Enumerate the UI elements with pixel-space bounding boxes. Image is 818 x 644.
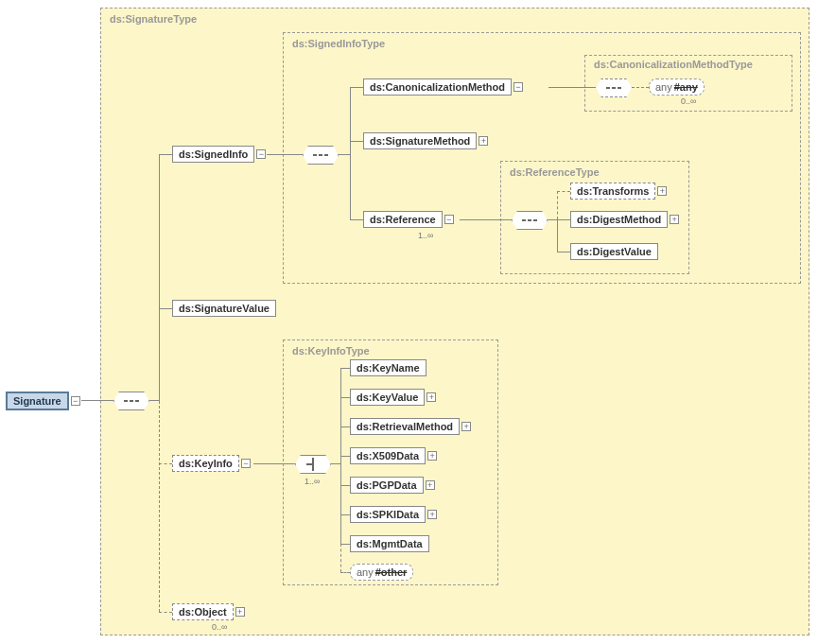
connector <box>350 219 363 220</box>
connector <box>159 401 160 612</box>
connector <box>632 87 649 88</box>
minus-icon: − <box>444 215 454 224</box>
node-digest-value: ds:DigestValue <box>570 243 658 260</box>
node-label: ds:KeyInfo <box>172 455 239 472</box>
connector <box>253 463 295 464</box>
connector <box>149 400 159 401</box>
occurs-keyinfo-choice: 1..∞ <box>305 477 320 486</box>
node-keyvalue: ds:KeyValue + <box>350 389 436 406</box>
sequence-icon <box>522 219 537 221</box>
plus-icon: + <box>461 422 471 431</box>
node-digest-method: ds:DigestMethod + <box>570 211 679 228</box>
minus-icon: − <box>256 149 266 159</box>
node-label: ds:Object <box>172 603 234 620</box>
node-x509: ds:X509Data + <box>350 447 437 464</box>
connector <box>159 308 172 309</box>
connector <box>557 219 570 220</box>
connector <box>340 485 350 486</box>
choice-connector-keyinfo <box>295 455 331 474</box>
minus-icon: − <box>71 396 80 406</box>
node-label: ds:RetrievalMethod <box>350 418 460 435</box>
connector <box>340 368 350 369</box>
node-label: ds:SignedInfo <box>172 146 254 163</box>
node-label: ds:Reference <box>363 211 443 228</box>
sequence-icon <box>313 154 328 156</box>
node-label-signature: Signature <box>6 392 69 410</box>
connector <box>81 400 113 401</box>
node-label: ds:Transforms <box>570 183 655 200</box>
connector <box>340 544 341 572</box>
node-label: ds:CanonicalizationMethod <box>363 78 512 96</box>
connector <box>350 141 363 142</box>
plus-icon: + <box>427 451 437 461</box>
sequence-connector-reference <box>512 211 548 230</box>
type-label-reference: ds:ReferenceType <box>510 166 600 178</box>
node-keyname: ds:KeyName <box>350 359 426 376</box>
connector <box>339 154 350 155</box>
type-label-canon: ds:CanonicalizationMethodType <box>594 59 753 70</box>
node-spki: ds:SPKIData + <box>350 506 437 523</box>
node-pgp: ds:PGPData + <box>350 477 435 494</box>
type-label-keyinfo: ds:KeyInfoType <box>292 345 370 357</box>
node-label: ds:SignatureValue <box>172 300 276 317</box>
sequence-icon <box>124 400 139 402</box>
sequence-icon <box>606 87 621 89</box>
sequence-connector-root <box>113 392 149 410</box>
node-label: ds:X509Data <box>350 447 426 464</box>
plus-icon: + <box>670 215 679 224</box>
node-signature-root: Signature − <box>6 392 80 410</box>
node-object: ds:Object + <box>172 603 245 620</box>
connector <box>548 219 557 220</box>
node-mgmt: ds:MgmtData <box>350 535 429 552</box>
connector <box>340 397 350 398</box>
node-label: ds:DigestMethod <box>570 211 668 228</box>
connector <box>159 154 160 401</box>
node-retrieval: ds:RetrievalMethod + <box>350 418 471 435</box>
occurs-object: 0..∞ <box>212 622 227 632</box>
node-reference: ds:Reference − <box>363 211 454 228</box>
connector <box>340 426 350 427</box>
node-label: ds:SignatureMethod <box>363 132 477 149</box>
any-canon: any#any <box>649 78 705 96</box>
connector <box>557 191 570 192</box>
sequence-connector-canon <box>596 78 632 97</box>
minus-icon: − <box>241 459 251 468</box>
node-signature-value: ds:SignatureValue <box>172 300 276 317</box>
any-keyinfo: any#other <box>350 564 413 581</box>
node-transforms: ds:Transforms + <box>570 183 667 200</box>
node-label: ds:DigestValue <box>570 243 658 260</box>
connector <box>548 87 596 88</box>
connector <box>350 87 363 88</box>
connector <box>267 154 303 155</box>
connector <box>340 572 350 573</box>
connector <box>557 191 558 219</box>
plus-icon: + <box>426 480 435 490</box>
connector <box>557 219 558 252</box>
connector <box>340 456 350 457</box>
plus-icon: + <box>657 186 667 196</box>
sequence-connector-signedinfo <box>303 146 339 165</box>
connector <box>159 154 172 155</box>
connector <box>340 544 350 545</box>
plus-icon: + <box>479 136 488 146</box>
node-canon-method: ds:CanonicalizationMethod − <box>363 78 523 96</box>
node-label: ds:MgmtData <box>350 535 429 552</box>
node-signedinfo: ds:SignedInfo − <box>172 146 266 163</box>
node-label: ds:SPKIData <box>350 506 426 523</box>
node-keyinfo: ds:KeyInfo − <box>172 455 251 472</box>
type-label-signedinfo: ds:SignedInfoType <box>292 38 385 49</box>
connector <box>557 252 570 252</box>
node-label: ds:KeyValue <box>350 389 425 406</box>
connector <box>460 219 512 220</box>
connector <box>350 87 351 219</box>
plus-icon: + <box>235 607 245 617</box>
connector <box>340 514 350 515</box>
choice-icon <box>306 458 320 471</box>
minus-icon: − <box>513 82 523 92</box>
node-sig-method: ds:SignatureMethod + <box>363 132 488 149</box>
occurs-canon-any: 0..∞ <box>681 96 696 106</box>
plus-icon: + <box>426 392 436 402</box>
type-label-signature: ds:SignatureType <box>110 13 197 25</box>
schema-diagram: ds:SignatureType ds:SignedInfoType ds:Ca… <box>0 0 818 644</box>
connector <box>331 463 340 464</box>
